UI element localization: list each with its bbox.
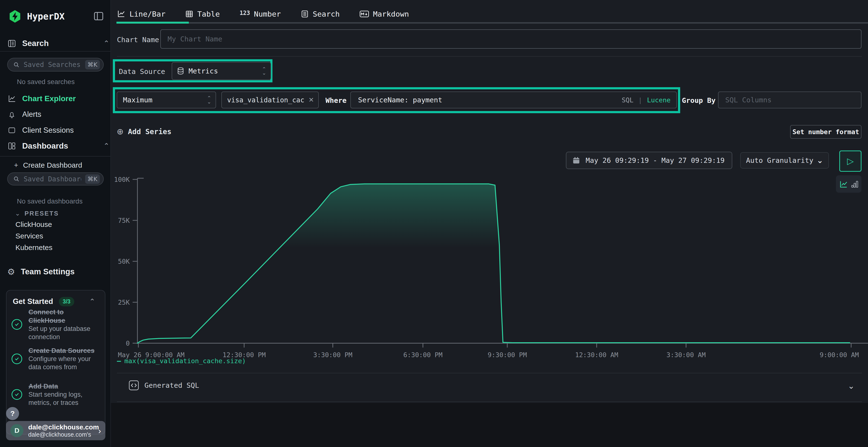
where-field[interactable]: SQL | Lucene <box>350 92 677 108</box>
search-section-icon <box>8 39 16 47</box>
gear-icon: ⚙ <box>7 267 15 277</box>
get-started-item-desc: Set up your database connection <box>28 325 98 341</box>
set-number-format-button[interactable]: Set number format <box>790 125 862 139</box>
svg-text:9:30:00 PM: 9:30:00 PM <box>488 351 527 358</box>
svg-text:0: 0 <box>126 340 130 347</box>
tab-search[interactable]: Search <box>301 10 340 18</box>
tab-underline-track <box>117 22 868 24</box>
metric-tag[interactable]: visa_validation_cach ✕ <box>221 92 319 108</box>
sidebar-item-kubernetes[interactable]: Kubernetes <box>0 243 126 252</box>
get-started-item-add-data[interactable]: Add Data Start sending logs, metrics, or… <box>11 382 98 407</box>
generated-sql-label: Generated SQL <box>145 381 199 389</box>
content-footer-area <box>111 403 868 447</box>
user-org: dale@clickhouse.com's <box>28 431 94 438</box>
chevron-down-icon[interactable]: ⌄ <box>848 382 855 390</box>
generated-sql-header[interactable]: Generated SQL <box>128 380 199 391</box>
app-window: HyperDX Search ⌃ ⌘K No s <box>0 0 868 447</box>
bell-icon <box>8 110 16 118</box>
sql-toggle[interactable]: SQL <box>622 96 633 104</box>
chart-legend[interactable]: — max(visa_validation_cache.size) <box>117 357 246 365</box>
sidebar-item-chart-explorer[interactable]: Chart Explorer <box>0 93 118 104</box>
sidebar-item-services[interactable]: Services <box>0 231 126 241</box>
code-icon <box>128 380 139 391</box>
get-started-item-sources[interactable]: Create Data Sources Configure where your… <box>11 346 98 371</box>
aggregation-value: Maximum <box>123 96 152 104</box>
tab-line-bar[interactable]: Line/Bar <box>117 10 165 18</box>
preset-kubernetes-label: Kubernetes <box>16 243 52 252</box>
divider <box>117 402 862 402</box>
svg-text:12:30:00 AM: 12:30:00 AM <box>575 351 618 358</box>
get-started-item-connect[interactable]: Connect to ClickHouse Set up your databa… <box>11 308 98 341</box>
svg-text:6:30:00 PM: 6:30:00 PM <box>403 351 443 358</box>
tab-number[interactable]: 123 Number <box>240 10 281 18</box>
saved-searches-input[interactable] <box>23 61 82 69</box>
where-input[interactable] <box>358 96 617 104</box>
group-by-label: Group By <box>682 96 716 105</box>
metric-tag-label: visa_validation_cach <box>227 96 305 104</box>
saved-dashboards-input[interactable] <box>23 175 82 183</box>
get-started-item-title: Connect to ClickHouse <box>28 308 98 325</box>
chevron-up-icon[interactable]: ⌃ <box>103 40 110 47</box>
no-saved-searches-text: No saved searches <box>0 77 127 86</box>
chevron-up-icon[interactable]: ⌃ <box>89 298 95 305</box>
tab-table[interactable]: Table <box>185 10 220 18</box>
create-dashboard-button[interactable]: + Create Dashboard <box>0 160 124 171</box>
add-series-button[interactable]: ⊕ Add Series <box>117 127 172 136</box>
toggle-divider: | <box>638 96 642 104</box>
granularity-select[interactable]: Auto Granularity ⌄ <box>740 152 829 169</box>
sidebar-item-client-sessions[interactable]: Client Sessions <box>0 125 118 136</box>
saved-searches-search[interactable]: ⌘K <box>7 58 104 72</box>
sidebar-item-team-settings[interactable]: ⚙ Team Settings <box>0 266 118 277</box>
get-started-header[interactable]: Get Started 3/3 ⌃ <box>0 296 123 307</box>
group-by-field[interactable] <box>718 92 862 108</box>
client-sessions-icon <box>8 126 16 134</box>
command-k-shortcut: ⌘K <box>85 174 100 184</box>
date-range-picker[interactable]: May 26 09:29:19 - May 27 09:29:19 <box>566 152 732 169</box>
legend-series-label: max(visa_validation_cache.size) <box>124 357 246 365</box>
data-source-label: Data Source <box>119 67 165 76</box>
sidebar-section-search[interactable]: Search ⌃ <box>0 38 118 49</box>
check-circle-icon <box>11 389 22 400</box>
add-series-label: Add Series <box>128 128 172 136</box>
chart-name-input[interactable] <box>167 35 855 43</box>
chart-type-tabs: Line/Bar Table 123 Number Search <box>117 6 409 22</box>
divider <box>0 51 111 51</box>
sidebar-item-alerts[interactable]: Alerts <box>0 109 118 120</box>
sidebar-item-clickhouse[interactable]: ClickHouse <box>0 220 126 229</box>
database-icon <box>177 67 184 75</box>
timeseries-chart[interactable]: 025K50K75K100KMay 26 9:00:00 AM12:30:00 … <box>111 169 868 369</box>
hyperdx-logo-icon <box>8 10 22 23</box>
collapse-sidebar-icon[interactable] <box>94 11 104 21</box>
user-menu[interactable]: D dale@clickhouse.com dale@clickhouse.co… <box>6 421 105 440</box>
group-by-input[interactable] <box>725 96 855 104</box>
lucene-toggle[interactable]: Lucene <box>647 96 671 104</box>
tab-underline-active <box>117 22 189 24</box>
tab-markdown[interactable]: Markdown <box>360 10 409 18</box>
dashboards-icon <box>8 142 16 150</box>
aggregation-select[interactable]: Maximum ⌃⌄ <box>117 92 216 108</box>
chart-name-field[interactable] <box>160 29 862 49</box>
check-circle-icon <box>11 353 22 364</box>
select-arrows-icon: ⌃⌄ <box>207 96 211 104</box>
table-icon <box>185 10 193 18</box>
data-source-select[interactable]: Metrics ⌃⌄ <box>172 62 271 80</box>
search-icon <box>13 176 20 182</box>
help-button[interactable]: ? <box>6 407 19 420</box>
svg-text:3:30:00 PM: 3:30:00 PM <box>313 351 352 358</box>
get-started-item-desc: Start sending logs, metrics, or traces <box>28 390 98 407</box>
divider <box>0 156 111 157</box>
no-saved-dashboards-text: No saved dashboards <box>0 197 127 206</box>
client-sessions-label: Client Sessions <box>22 126 74 135</box>
sidebar-section-dashboards[interactable]: Dashboards ⌃ <box>0 140 118 152</box>
data-source-value: Metrics <box>189 67 218 75</box>
chevron-down-icon: ⌄ <box>15 210 20 216</box>
saved-dashboards-search[interactable]: ⌘K <box>7 172 104 185</box>
user-email: dale@clickhouse.com <box>28 423 94 431</box>
chevron-up-icon[interactable]: ⌃ <box>103 142 110 149</box>
chart-explorer-icon <box>8 94 16 103</box>
chart-name-label: Chart Name <box>117 36 159 44</box>
close-icon[interactable]: ✕ <box>308 96 314 104</box>
presets-toggle[interactable]: ⌄ PRESETS <box>0 209 125 218</box>
get-started-item-desc: Configure where your data comes from <box>28 355 98 371</box>
chevron-right-icon: › <box>98 426 101 436</box>
